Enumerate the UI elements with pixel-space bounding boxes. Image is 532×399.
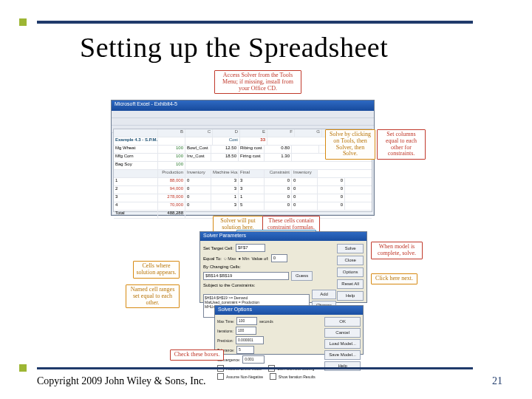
copyright-text: Copyright 2009 John Wiley & Sons, Inc. [37, 375, 206, 387]
slide-title: Setting up the Spreadsheet [80, 31, 388, 64]
callout-click-next: Click here next. [371, 273, 417, 284]
cell: 12.50 [211, 146, 239, 153]
opts-help-button[interactable]: Help [324, 361, 361, 371]
precision-input[interactable]: 0.000001 [236, 336, 264, 344]
col-label: Final [239, 170, 265, 177]
convergence-input[interactable]: 0.001 [242, 355, 265, 364]
data-row: 3 278,000 0 1 1 0 0 0 [114, 194, 372, 202]
col-label: Inventory [292, 170, 318, 177]
data-row: 2 94,000 0 3 3 0 0 0 [114, 186, 372, 194]
constraints-label: Subject to the Constraints: [203, 283, 255, 287]
example-label: Example 4.3 - S.P.M. [114, 137, 158, 145]
callout-model-complete: When model is complete, solve. [371, 242, 423, 259]
excel-menubar [112, 111, 374, 118]
solver-body: Set Target Cell: $F$7 Equal To: ○ Max ● … [200, 241, 366, 302]
callout-check-boxes: Check these boxes. [170, 349, 224, 361]
ok-button[interactable]: OK [324, 317, 361, 327]
row-section-hdr: Production Inventory Machine Hours Final… [114, 170, 372, 178]
chk-nonneg[interactable] [217, 373, 224, 380]
callout-named-ranges: Named cell ranges set equal to each othe… [126, 284, 180, 308]
changing-label: By Changing Cells: [203, 265, 241, 269]
max-time-label: Max Time: [217, 319, 234, 324]
load-model-button[interactable]: Load Model... [324, 339, 361, 349]
guess-button[interactable]: Guess [291, 271, 313, 281]
reset-button[interactable]: Reset All [337, 279, 364, 289]
callout-set-columns: Set columns equal to each other for cons… [377, 129, 426, 160]
save-model-button[interactable]: Save Model... [324, 350, 361, 360]
target-label: Set Target Cell: [203, 246, 233, 250]
col-label: Constraint [265, 170, 292, 177]
cell: 18.50 [211, 154, 239, 161]
value-of-input[interactable]: 0 [271, 254, 287, 262]
cell: 0.80 [265, 146, 292, 153]
iterations-label: Iterations: [217, 329, 233, 333]
slide: Setting up the Spreadsheet Access Solver… [0, 0, 532, 399]
target-cell-input[interactable]: $F$7 [236, 244, 265, 252]
row-label: Mfg Corn [114, 154, 158, 161]
row-soy: Bag Soy 100 [114, 162, 372, 170]
equal-label: Equal To: [203, 256, 222, 261]
options-window: Solver Options Max Time:100seconds Itera… [214, 305, 364, 355]
excel-titlebar: Microsoft Excel - Exhibit4-5 [112, 100, 374, 111]
radio-max[interactable]: ○ Max [224, 256, 236, 261]
accent-square-top [19, 18, 27, 26]
changing-cells-input[interactable]: $B$14:$B$19 [203, 272, 289, 280]
top-rule [37, 21, 473, 24]
radio-min[interactable]: ● Min [239, 256, 250, 261]
col-label: Production [158, 170, 185, 177]
close-button[interactable]: Close [337, 256, 364, 265]
bottom-rule [37, 367, 473, 369]
callout-access-solver: Access Solver from the Tools Menu; if mi… [214, 70, 301, 94]
data-row: 4 70,000 0 3 5 0 0 0 [114, 202, 372, 211]
obj-value: 33 [240, 137, 267, 145]
chk-iter[interactable] [270, 373, 276, 380]
precision-label: Precision: [217, 338, 233, 343]
options-body: Max Time:100seconds Iterations:100 Preci… [215, 315, 363, 354]
max-time-input[interactable]: 100 [236, 317, 257, 325]
total-label: Total [114, 211, 158, 218]
accent-square-bottom [19, 364, 27, 372]
help-button[interactable]: Help [337, 291, 364, 301]
col-label: Machine Hours [211, 170, 239, 177]
callout-solve-steps: Solve by clicking on Tools, then Solver,… [325, 129, 375, 160]
data-row: 1 88,000 0 3 3 0 0 0 [114, 178, 372, 186]
cell: 1.30 [265, 154, 292, 161]
iterations-input[interactable]: 100 [236, 327, 256, 335]
excel-toolbar-1 [112, 118, 374, 126]
page-number: 21 [492, 375, 502, 387]
cancel-button[interactable]: Cancel [324, 328, 361, 338]
solver-window: Solver Parameters Set Target Cell: $F$7 … [200, 231, 367, 303]
obj-label: Cost [213, 137, 240, 145]
row-label: Bag Soy [114, 162, 158, 169]
row-label: Mg Wheat [114, 146, 158, 153]
tolerance-input[interactable]: 5 [236, 346, 254, 354]
options-button[interactable]: Options [337, 267, 364, 277]
figure: Access Solver from the Tools Menu; if mi… [103, 70, 421, 358]
col-label: Inventory [185, 170, 211, 177]
callout-solution-cells: Cells where solution appears. [133, 261, 180, 279]
solve-button[interactable]: Solve [337, 244, 364, 253]
total-value: 488,288 [158, 211, 185, 218]
value-of-label: Value of: [252, 256, 269, 261]
add-button[interactable]: Add [312, 290, 336, 299]
